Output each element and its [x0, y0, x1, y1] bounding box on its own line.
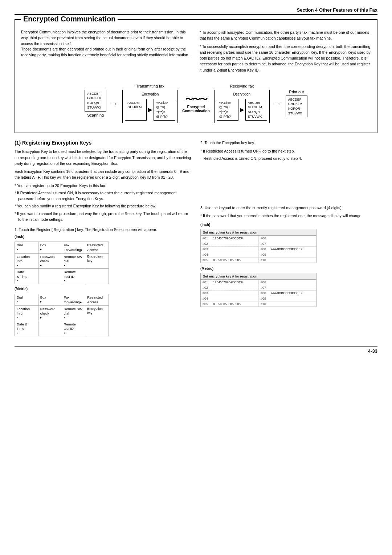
scanning-group: ABCDEF GHIJKLM NOPQR STUVWX Scanning — [85, 90, 106, 117]
enc-val-06m — [269, 280, 316, 285]
transmitting-label: Transmitting fax — [136, 84, 164, 88]
arrow-1: → — [111, 100, 118, 108]
enc-id-05i: #05 — [201, 258, 211, 263]
enc-inch-label: (Inch) — [200, 223, 377, 227]
enc-val-10m — [269, 301, 316, 307]
intro-columns: Encrypted Communication involves the enc… — [21, 29, 371, 75]
enc-id-10i: #10 — [259, 258, 269, 263]
enc-id-03m: #03 — [201, 291, 211, 296]
enc-id-01i: #01 — [201, 236, 211, 241]
ui-cell-password-m[interactable]: Passwordcheck▸ — [38, 306, 62, 321]
left-column: (1) Registering Encryption Keys The Encr… — [15, 140, 192, 339]
decryption-label: Decryption — [233, 92, 250, 96]
dec-arrow: ▶ — [240, 107, 244, 113]
ui-cell-empty1-m — [38, 321, 62, 336]
enc-val-03m — [211, 291, 259, 296]
diagram-area: ABCDEF GHIJKLM NOPQR STUVWX Scanning → T… — [21, 80, 371, 127]
ui-cell-empty2 — [85, 269, 109, 284]
printout-doc: ABCDEF GHIJKLM NOPQR STUVWX — [286, 96, 307, 117]
scanning-label: Scanning — [87, 113, 104, 117]
intro-right: * To accomplish Encrypted Communication,… — [200, 29, 371, 75]
enc-key-row-2m: #02 #07 — [201, 285, 316, 291]
bullet2: * If Restricted Access is turned ON, it … — [15, 190, 192, 202]
intro-right-1: * To accomplish Encrypted Communication,… — [200, 29, 371, 41]
ui-cell-box-m[interactable]: Box▸ — [38, 294, 62, 305]
ui-cell-remotesw[interactable]: Remote SWdial▸ — [62, 254, 86, 268]
enc-val-03i — [211, 247, 259, 252]
enc-val-10i — [269, 258, 316, 263]
section-title: Encrypted Communication — [21, 15, 118, 23]
enc-key-header-metric: Set encryption key # for registration — [201, 273, 316, 280]
enc-key-row-1m: #01 1234567890ABCDEF #06 — [201, 280, 316, 285]
enc-key-row-5m: #05 0505050505050505 #10 — [201, 301, 316, 307]
enc-id-06i: #06 — [259, 236, 269, 241]
ui-cell-enckey-m[interactable]: Encryptionkey — [85, 306, 109, 321]
enc-val-09m — [269, 296, 316, 301]
intro-right-2: * To successfully accomplish encryption,… — [200, 44, 371, 73]
ui-cell-remotesw-m[interactable]: Remote SWdial▸ — [62, 306, 86, 321]
step3-note: * If the password that you entered match… — [200, 213, 377, 219]
bullet1: * You can register up to 20 Encryption K… — [15, 183, 192, 189]
ui-cell-faxfwd[interactable]: FaxForwarding▸ — [62, 242, 86, 253]
enc-val-02i — [211, 241, 259, 246]
enc-doc-left: ABCDEF GHIJKLM — [125, 99, 147, 121]
enc-val-01i: 1234567890ABCDEF — [211, 236, 259, 241]
ui-row-1-metric: Dial▸ Box▸ Faxforwarding▸ RestrictedAcce… — [15, 294, 109, 306]
receiving-group: Receiving fax Decryption %*&$## @!^&(+ ?… — [214, 84, 270, 123]
ui-cell-datetime-m[interactable]: Date &Time▸ — [15, 321, 38, 336]
enc-key-table-metric: Set encryption key # for registration #0… — [200, 273, 317, 307]
ui-cell-remotetestid-m[interactable]: Remotetest ID▸ — [62, 321, 86, 336]
ui-cell-dial-m[interactable]: Dial▸ — [15, 294, 38, 305]
ui-mock-inch: Dial▸ Box▸ FaxForwarding▸ RestrictedAcce… — [15, 242, 109, 284]
ui-cell-remotetestid[interactable]: RemoteTest ID▸ — [62, 269, 86, 284]
ui-cell-faxfwd-m[interactable]: Faxforwarding▸ — [62, 294, 86, 305]
ui-cell-enckey[interactable]: Encryptionkey — [85, 254, 109, 268]
ui-cell-restricted-m[interactable]: RestrictedAccess — [85, 294, 109, 305]
enc-docs: ABCDEF GHIJKLM ▶ %*&$## @!^&(+ ?(+*)K @!… — [125, 99, 175, 121]
enc-id-08m: #08 — [259, 291, 269, 296]
ui-row-2-metric: LocationInfo.▸ Passwordcheck▸ Remote SWd… — [15, 306, 109, 321]
step2-note1: * If Restricted Access is turned OFF, go… — [200, 148, 377, 154]
step2-note2: If Restricted Access is turned ON, proce… — [200, 155, 377, 161]
bullet3: * You can also modify a registered Encry… — [15, 203, 192, 209]
enc-key-row-1i: #01 1234567890ABCDEF #06 — [201, 236, 316, 241]
ui-cell-dial[interactable]: Dial▸ — [15, 242, 38, 253]
ui-cell-location[interactable]: LocationInfo.▸ — [15, 254, 38, 268]
enc-id-09i: #09 — [259, 252, 269, 257]
enc-id-05m: #05 — [201, 301, 211, 307]
enc-val-07m — [269, 285, 316, 290]
enc-key-header-inch: Set encryption key # for registration — [201, 229, 316, 236]
ui-cell-box[interactable]: Box▸ — [38, 242, 62, 253]
arrow-2: 〜〜〜 Encrypted Communication — [182, 94, 210, 113]
ui-cell-location-m[interactable]: LocationInfo.▸ — [15, 306, 38, 321]
enc-key-row-4i: #04 #09 — [201, 252, 316, 258]
printout-label: Print out — [289, 90, 304, 94]
enc-id-09m: #09 — [259, 296, 269, 301]
body-columns: (1) Registering Encryption Keys The Encr… — [15, 140, 377, 339]
ui-cell-restricted[interactable]: RestrictedAccess — [85, 242, 109, 253]
para1: The Encryption Key to be used must be se… — [15, 149, 192, 166]
enc-id-04i: #04 — [201, 252, 211, 257]
ui-metric-label: (Metric) — [15, 287, 192, 291]
para2: Each Encryption Key contains 16 characte… — [15, 169, 192, 181]
ui-cell-password[interactable]: Passwordcheck▸ — [38, 254, 62, 268]
enc-val-04m — [211, 296, 259, 301]
enc-key-row-2i: #02 #07 — [201, 241, 316, 247]
enc-doc-right: %*&$## @!^&(+ ?(+*)K @!P^h? — [154, 99, 175, 121]
ui-row-3-metric: Date &Time▸ Remotetest ID▸ — [15, 321, 109, 336]
ui-mock-metric: Dial▸ Box▸ Faxforwarding▸ RestrictedAcce… — [15, 294, 109, 336]
ui-cell-datetime[interactable]: Date& Time▸ — [15, 269, 38, 284]
step1: 1. Touch the Register [ Registration ] k… — [15, 227, 192, 232]
enc-val-04i — [211, 252, 259, 257]
enc-key-table-inch: Set encryption key # for registration #0… — [200, 229, 317, 263]
enc-key-row-3i: #03 #08 AAABBBCCCDDDEEF — [201, 247, 316, 252]
intro-left-text: Encrypted Communication involves the enc… — [21, 30, 189, 57]
enc-id-07i: #07 — [259, 241, 269, 246]
wave-symbol: 〜〜〜 — [185, 94, 207, 105]
receiving-label: Receiving fax — [230, 84, 254, 88]
enc-id-02m: #02 — [201, 285, 211, 290]
enc-key-row-4m: #04 #09 — [201, 296, 316, 301]
ui-row-1-inch: Dial▸ Box▸ FaxForwarding▸ RestrictedAcce… — [15, 242, 109, 254]
bullet4: * If you want to cancel the procedure pa… — [15, 211, 192, 223]
enc-val-02m — [211, 285, 259, 290]
